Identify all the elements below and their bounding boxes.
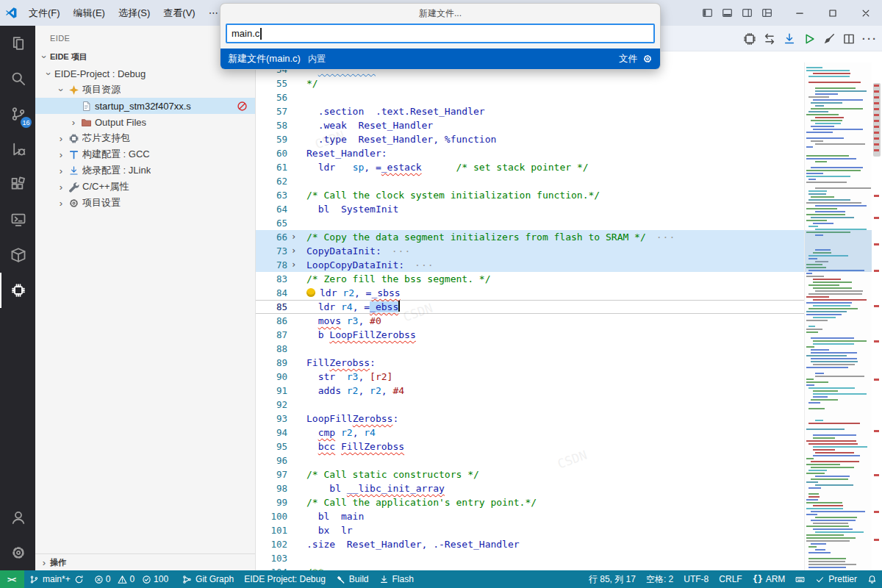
code-line-58[interactable]: 58 .weak Reset_Handler [256,118,882,132]
toggle-panel-icon[interactable] [722,7,733,18]
tree-item-flash-config[interactable]: ›烧录配置 : JLink [35,162,255,179]
status-indentation[interactable]: 空格: 2 [641,570,678,588]
program-chip-icon[interactable] [742,32,757,46]
folded-ellipsis[interactable]: ··· [656,230,675,244]
status-eide-project[interactable]: EIDE Project: Debug [239,570,331,588]
tree-item-build-config[interactable]: ›构建配置 : GCC [35,146,255,162]
status-language-mode[interactable]: {}ARM [747,570,791,588]
activity-manage[interactable] [0,535,35,570]
code-line-98[interactable]: 98 bl __libc_init_array [256,481,882,495]
code-line-95[interactable]: 95 bcc FillZerobss [256,440,882,453]
tree-item-file-startup[interactable]: startup_stm32f407xx.s [35,98,255,114]
split-editor-icon[interactable] [842,32,856,46]
compare-icon[interactable] [762,32,777,46]
menu-edit[interactable]: 编辑(E) [67,0,112,26]
code-line-92[interactable]: 92 [256,398,882,412]
code-line-103[interactable]: 103 [256,551,882,565]
fold-collapsed-icon[interactable]: › [287,258,300,272]
activity-explorer[interactable] [0,26,35,61]
code-line-55[interactable]: 55*/ [256,76,882,90]
minimap[interactable] [804,62,872,570]
tree-item-project-settings[interactable]: ›项目设置 [35,195,255,211]
code-line-60[interactable]: 60Reset_Handler: [256,146,882,160]
code-line-99[interactable]: 99/* Call the application's entry point.… [256,495,882,509]
fold-collapsed-icon[interactable]: › [287,230,300,244]
code-line-87[interactable]: 87 b LoopFillZerobss [256,328,882,342]
status-notifications[interactable] [862,570,882,588]
code-line-78[interactable]: 78›LoopCopyDataInit:··· [256,258,882,272]
code-line-96[interactable]: 96 [256,453,882,467]
code-line-84[interactable]: 84ldr r2, =_sbss [256,286,882,300]
menu-view[interactable]: 查看(V) [157,0,201,26]
build-run-icon[interactable] [802,32,817,46]
code-line-101[interactable]: 101 bx lr [256,523,882,537]
fold-collapsed-icon[interactable]: › [287,244,300,258]
tree-item-cpp-properties[interactable]: ›C/C++属性 [35,179,255,195]
activity-run-and-debug[interactable] [0,132,35,167]
code-line-57[interactable]: 57 .section .text.Reset_Handler [256,104,882,118]
status-build[interactable]: Build [331,570,374,588]
tree-item-project-resources[interactable]: ›项目资源 [35,82,255,98]
status-formatter[interactable]: Prettier [810,570,862,588]
code-line-89[interactable]: 89FillZerobss: [256,356,882,370]
maximize-button[interactable] [816,0,849,26]
activity-extensions[interactable] [0,167,35,202]
close-button[interactable] [849,0,882,26]
folded-ellipsis[interactable]: ··· [392,244,411,258]
status-cursor-position[interactable]: 行 85, 列 17 [584,570,641,588]
code-line-64[interactable]: 64 bl SystemInit [256,202,882,216]
code-line-59[interactable]: 59 .type Reset_Handler, %function [256,132,882,146]
status-git-graph[interactable]: Git Graph [177,570,239,588]
code-editor[interactable]: 54 xxxxxxxxxx55*/5657 .section .text.Res… [256,62,882,570]
menu-file[interactable]: 文件(F) [22,0,67,26]
suggestion-new-file[interactable]: 新建文件(main.c) 内置 文件 [220,49,660,69]
configure-gear-icon[interactable] [642,54,653,64]
tree-item-output-files[interactable]: ›Output Files [35,114,255,130]
status-problems[interactable]: 00100 [89,570,177,588]
activity-remote-explorer[interactable] [0,202,35,237]
code-line-91[interactable]: 91 adds r2, r2, #4 [256,384,882,398]
code-line-100[interactable]: 100 bl main [256,509,882,523]
status-flash[interactable]: Flash [374,570,419,588]
customize-layout-icon[interactable] [761,7,772,18]
folded-ellipsis[interactable]: ··· [415,258,434,272]
toggle-sidebar-right-icon[interactable] [742,7,753,18]
filename-input[interactable]: main.c [226,24,655,43]
code-line-104[interactable]: 104/** [256,565,882,570]
code-line-83[interactable]: 83/* Zero fill the bss segment. */ [256,272,882,286]
status-eol[interactable]: CRLF [714,570,747,588]
activity-eide[interactable] [0,273,35,308]
code-line-90[interactable]: 90 str r3, [r2] [256,370,882,384]
code-line-94[interactable]: 94 cmp r2, r4 [256,426,882,440]
status-remote[interactable]: >< [0,570,24,588]
code-line-97[interactable]: 97/* Call static constructors */ [256,467,882,481]
status-keyboard-layout[interactable] [790,570,810,588]
code-line-66[interactable]: 66›/* Copy the data segment initializers… [256,230,882,244]
code-line-73[interactable]: 73›CopyDataInit:··· [256,244,882,258]
section-operations[interactable]: › 操作 [35,553,255,570]
tree-item-chip-support-package[interactable]: ›芯片支持包 [35,130,255,146]
flash-download-icon[interactable] [782,32,797,46]
code-line-62[interactable]: 62 [256,174,882,188]
code-line-65[interactable]: 65 [256,216,882,230]
code-line-88[interactable]: 88 [256,342,882,356]
activity-search[interactable] [0,61,35,96]
activity-accounts[interactable] [0,500,35,535]
clean-icon[interactable] [822,32,836,46]
code-line-61[interactable]: 61 ldr sp, =_estack /* set stack pointer… [256,160,882,174]
minimize-button[interactable] [783,0,816,26]
activity-containers[interactable] [0,237,35,273]
status-encoding[interactable]: UTF-8 [678,570,714,588]
scrollbar[interactable] [872,62,882,570]
menu-selection[interactable]: 选择(S) [112,0,157,26]
code-line-56[interactable]: 56 [256,90,882,104]
status-git-branch[interactable]: main*+ [24,570,89,588]
code-line-63[interactable]: 63/* Call the clock system initializatio… [256,188,882,202]
code-line-93[interactable]: 93LoopFillZerobss: [256,412,882,426]
toggle-sidebar-left-icon[interactable] [702,7,713,18]
suggestion-action[interactable]: 文件 [619,53,637,65]
more-actions-icon[interactable]: ··· [861,32,876,46]
activity-source-control[interactable]: 16 [0,96,35,132]
code-line-86[interactable]: 86 movs r3, #0 [256,314,882,328]
code-line-102[interactable]: 102.size Reset_Handler, .-Reset_Handler [256,537,882,551]
